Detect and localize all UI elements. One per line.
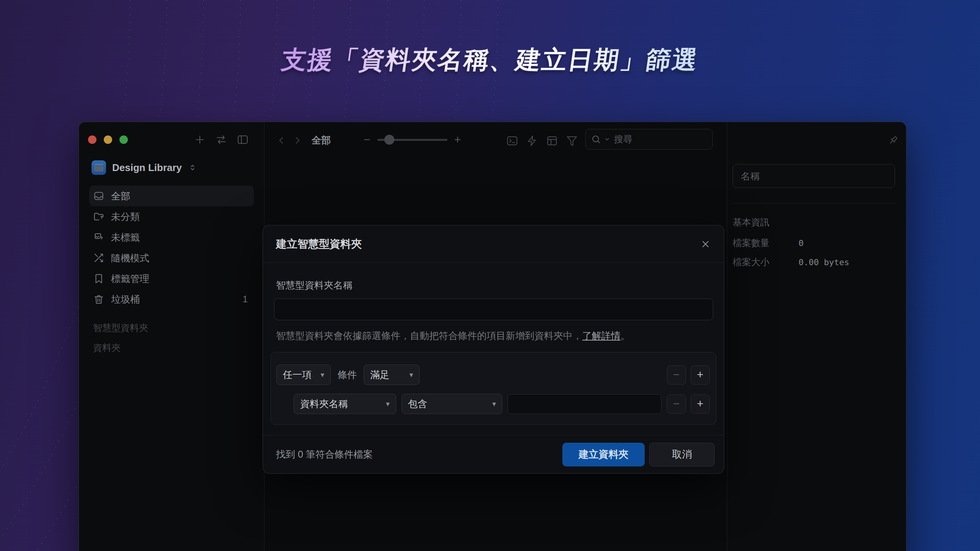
file-size-label: 檔案大小 <box>733 256 799 268</box>
zoom-slider-thumb[interactable] <box>384 135 394 145</box>
condition-group-row: 任一項 ▾ 條件 滿足 ▾ − + <box>276 365 710 385</box>
inspector-panel: 基本資訊 檔案數量 0 檔案大小 0.00 bytes <box>727 122 906 551</box>
add-icon[interactable] <box>194 134 206 146</box>
zap-icon[interactable] <box>526 135 538 147</box>
close-window-button[interactable] <box>88 135 96 144</box>
group-stepper: − + <box>667 365 710 385</box>
file-size-row: 檔案大小 0.00 bytes <box>733 256 895 268</box>
create-smart-folder-dialog: 建立智慧型資料夾 智慧型資料夾名稱 智慧型資料夾會依據篩選條件，自動把符合條件的… <box>263 225 724 474</box>
forward-icon[interactable] <box>292 135 303 146</box>
cancel-button[interactable]: 取消 <box>649 443 715 466</box>
sidebar-item-label: 隨機模式 <box>111 252 149 264</box>
dialog-header: 建立智慧型資料夾 <box>263 225 724 263</box>
caret-down-icon: ▾ <box>386 399 390 408</box>
sidebar-sections: 智慧型資料夾 資料夾 <box>93 322 148 362</box>
dialog-title: 建立智慧型資料夾 <box>276 237 362 251</box>
library-name: Design Library <box>112 162 182 174</box>
hero-banner: 支援「資料夾名稱、建立日期」篩選 <box>0 43 980 77</box>
sidebar-item-label: 標籤管理 <box>111 272 149 285</box>
rule-field-dropdown[interactable]: 資料夾名稱 ▾ <box>294 394 396 414</box>
satisfy-mode-value: 滿足 <box>370 368 389 381</box>
folder-question-icon <box>93 211 105 222</box>
zoom-window-button[interactable] <box>119 135 128 144</box>
traffic-lights <box>88 135 128 144</box>
minimize-window-button[interactable] <box>104 135 112 144</box>
match-result-text: 找到 0 筆符合條件檔案 <box>276 448 373 461</box>
zoom-in-icon[interactable]: + <box>454 134 461 145</box>
dialog-description: 智慧型資料夾會依據篩選條件，自動把符合條件的項目新增到資料夾中，了解詳情。 <box>276 329 711 342</box>
terminal-icon[interactable] <box>506 135 518 147</box>
sidebar-item-label: 未分類 <box>111 210 140 223</box>
smart-folder-name-label: 智慧型資料夾名稱 <box>276 279 711 292</box>
pin-icon[interactable] <box>887 134 899 147</box>
rule-operator-dropdown[interactable]: 包含 ▾ <box>402 394 503 414</box>
trash-count-badge: 1 <box>243 294 248 305</box>
description-period: 。 <box>621 330 630 341</box>
back-icon[interactable] <box>276 135 287 146</box>
layout-icon[interactable] <box>546 135 558 147</box>
smart-folder-name-input[interactable] <box>274 298 713 320</box>
chevron-down-icon[interactable] <box>604 136 610 142</box>
file-count-row: 檔案數量 0 <box>733 237 895 249</box>
sidebar-item-uncategorized[interactable]: 未分類 <box>89 206 254 227</box>
zoom-slider[interactable] <box>377 134 448 145</box>
condition-middle-label: 條件 <box>338 368 357 381</box>
sidebar-item-label: 未標籤 <box>111 231 140 244</box>
view-tools <box>506 135 578 147</box>
remove-group-button[interactable]: − <box>667 365 686 385</box>
thumbnail-zoom-control: − + <box>364 134 461 145</box>
close-icon[interactable] <box>700 239 711 249</box>
add-group-button[interactable]: + <box>691 365 710 385</box>
current-location-label: 全部 <box>312 134 331 147</box>
swap-arrows-icon[interactable] <box>215 134 227 146</box>
sidebar-item-trash[interactable]: 垃圾桶 1 <box>89 289 254 310</box>
file-count-value: 0 <box>799 238 804 248</box>
sidebar-header-actions <box>194 134 249 146</box>
sidebar-item-all[interactable]: 全部 <box>89 186 254 206</box>
bookmark-icon <box>93 273 105 284</box>
filter-icon[interactable] <box>566 135 578 147</box>
inspector-divider <box>733 203 895 204</box>
hero-title: 支援「資料夾名稱、建立日期」篩選 <box>279 43 701 77</box>
create-folder-button[interactable]: 建立資料夾 <box>562 443 645 466</box>
dialog-footer: 找到 0 筆符合條件檔案 建立資料夾 取消 <box>263 435 724 473</box>
satisfy-mode-dropdown[interactable]: 滿足 ▾ <box>364 365 420 385</box>
inspector-rows: 檔案數量 0 檔案大小 0.00 bytes <box>733 237 895 275</box>
rule-field-value: 資料夾名稱 <box>300 398 348 410</box>
search-input[interactable] <box>613 134 707 145</box>
caret-down-icon: ▾ <box>320 370 324 379</box>
shuffle-icon <box>93 252 105 264</box>
sidebar-item-untagged[interactable]: 未標籤 <box>89 227 254 248</box>
library-icon <box>91 160 106 175</box>
history-nav: 全部 <box>276 134 331 147</box>
match-mode-value: 任一項 <box>283 368 312 381</box>
toggle-sidebar-icon[interactable] <box>237 134 249 146</box>
sidebar-section-smart-folders[interactable]: 智慧型資料夾 <box>93 322 148 333</box>
inspector-section-title: 基本資訊 <box>733 216 769 228</box>
sidebar-item-label: 全部 <box>111 190 130 202</box>
caret-down-icon: ▾ <box>492 399 496 408</box>
sidebar-item-random-mode[interactable]: 隨機模式 <box>89 248 254 268</box>
library-switcher[interactable]: Design Library <box>91 160 197 175</box>
match-mode-dropdown[interactable]: 任一項 ▾ <box>276 365 331 385</box>
condition-rule-row: 資料夾名稱 ▾ 包含 ▾ − + <box>294 394 710 414</box>
sidebar-item-label: 垃圾桶 <box>111 293 140 306</box>
caret-down-icon: ▾ <box>409 370 413 379</box>
tag-question-icon <box>93 231 105 243</box>
inbox-icon <box>93 190 105 202</box>
rule-operator-value: 包含 <box>408 398 427 410</box>
sidebar-item-tag-manager[interactable]: 標籤管理 <box>89 268 254 289</box>
sidebar-list: 全部 未分類 未標籤 隨機模式 標籤管理 垃圾桶 1 <box>79 186 264 310</box>
rule-value-input[interactable] <box>508 394 662 414</box>
learn-more-link[interactable]: 了解詳情 <box>582 330 621 341</box>
search-box[interactable] <box>585 129 713 150</box>
trash-icon <box>93 293 105 305</box>
add-rule-button[interactable]: + <box>691 395 710 414</box>
sidebar-section-folders[interactable]: 資料夾 <box>93 342 148 353</box>
zoom-out-icon[interactable]: − <box>364 134 371 145</box>
description-text: 智慧型資料夾會依據篩選條件，自動把符合條件的項目新增到資料夾中， <box>276 330 582 341</box>
folder-name-input[interactable] <box>733 164 895 188</box>
remove-rule-button[interactable]: − <box>667 395 686 414</box>
file-size-value: 0.00 bytes <box>799 258 849 267</box>
file-count-label: 檔案數量 <box>733 237 799 249</box>
